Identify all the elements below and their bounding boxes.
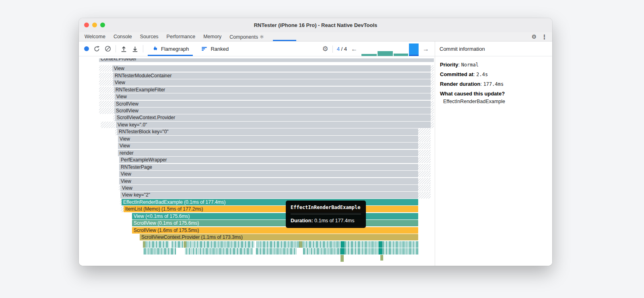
next-commit-button[interactable]: → <box>423 46 429 53</box>
tab-profiler-active[interactable] <box>273 32 296 41</box>
tooltip-duration: Duration: 0.1ms of 177.4ms <box>291 218 361 224</box>
flame-bar[interactable]: View <box>119 171 418 177</box>
flame-bar[interactable]: View <box>115 93 431 100</box>
flame-bar[interactable]: RNTesterModuleContainer <box>113 72 431 79</box>
export-profile-icon[interactable] <box>132 46 138 52</box>
flame-bar[interactable]: RNTesterBlock key="0" <box>117 128 418 135</box>
flame-bar-label: Context.Provider <box>99 58 434 62</box>
did-not-render-hatch <box>99 101 114 107</box>
tab-ranked[interactable]: Ranked <box>197 41 233 56</box>
flame-bar-tiny-group[interactable] <box>185 248 254 255</box>
flame-bar-tiny-group[interactable] <box>344 248 379 255</box>
flame-bar[interactable]: View key="2" <box>120 192 418 198</box>
tab-console[interactable]: Console <box>109 32 136 41</box>
flame-bar[interactable]: View <box>118 136 418 142</box>
did-not-render-hatch <box>99 65 112 72</box>
flame-bar-label: View <box>118 136 418 142</box>
flame-bar[interactable]: ItemList (Memo) (1.5ms of 177.2ms) <box>124 206 418 212</box>
settings-icon[interactable]: ⚙ <box>531 34 537 39</box>
commit-bar[interactable] <box>378 51 393 56</box>
flame-bar[interactable]: Context.Provider <box>99 58 434 62</box>
tab-strip: WelcomeConsoleSourcesPerformanceMemoryCo… <box>79 32 552 41</box>
flame-bar[interactable]: EffectInRenderBadExample (0.1ms of 177.4… <box>122 199 418 205</box>
did-not-render-hatch <box>431 114 434 121</box>
flame-bar-tiny-group[interactable] <box>382 241 418 248</box>
flame-bar[interactable]: View (<0.1ms of 175.6ms) <box>132 213 418 219</box>
flame-bar-tiny-group[interactable] <box>145 241 169 248</box>
flame-bar-tiny-group[interactable] <box>341 241 344 248</box>
previous-commit-button[interactable]: ← <box>351 46 357 53</box>
flame-bar-tiny-group[interactable] <box>379 248 382 255</box>
flame-bar-tiny-group[interactable] <box>256 248 296 255</box>
flame-bar-tiny-group[interactable] <box>299 241 302 248</box>
commit-selector-chart[interactable] <box>361 44 419 56</box>
flame-bar-tiny[interactable] <box>341 255 344 262</box>
tab-sources[interactable]: Sources <box>136 32 163 41</box>
flame-bar-tiny-group[interactable] <box>256 241 299 248</box>
flame-bar-tiny-group[interactable] <box>171 241 183 248</box>
flame-bar-tiny[interactable] <box>380 255 383 261</box>
flame-bar-tiny-group[interactable] <box>344 241 379 248</box>
flame-bar[interactable]: RNTesterPage <box>119 164 418 170</box>
commit-bar[interactable] <box>394 54 408 56</box>
flame-bar[interactable]: View <box>118 143 418 149</box>
flame-bar-label: ScrollViewContext.Provider <box>115 114 431 121</box>
toolbar-divider <box>332 46 333 53</box>
did-not-render-hatch <box>431 101 434 107</box>
flame-bar[interactable]: ScrollView <box>114 101 431 107</box>
window-title: RNTester (iPhone 16 Pro) - React Native … <box>79 18 552 32</box>
flame-bar[interactable]: ScrollView (0.1ms of 175.6ms) <box>132 220 418 226</box>
flame-bar[interactable]: render <box>118 150 418 156</box>
commit-info-committed-at: Committed at: 2.4s <box>440 71 547 77</box>
did-not-render-hatch <box>418 150 431 156</box>
flame-bar-label: ScrollView (0.1ms of 175.6ms) <box>132 220 418 226</box>
tab-components[interactable]: Components ⚛ <box>225 32 268 41</box>
flame-bar[interactable]: View key=".0" <box>116 122 431 128</box>
flame-bar-tiny-group[interactable] <box>186 241 254 248</box>
profiler-toolbar: Flamegraph Ranked ⚙ 4 / 4 ← → <box>79 41 435 56</box>
flame-bar-tiny-group[interactable] <box>144 248 177 255</box>
update-cause-label: What caused this update? <box>440 91 547 97</box>
flame-bar-tiny-group[interactable] <box>184 241 186 248</box>
reload-icon[interactable] <box>93 46 100 52</box>
commit-panel-title: Commit information <box>435 41 552 56</box>
flame-bar[interactable]: View <box>112 65 431 72</box>
tab-flamegraph[interactable]: Flamegraph <box>148 41 193 56</box>
flame-bar[interactable]: ScrollView <box>114 108 431 114</box>
flame-bar-tiny-group[interactable] <box>382 248 418 255</box>
flame-bar[interactable]: View <box>119 178 418 184</box>
flame-bar-tiny-group[interactable] <box>302 241 341 248</box>
more-menu-icon[interactable]: ⋮ <box>541 34 547 40</box>
update-cause-component[interactable]: EffectInRenderBadExample <box>440 99 547 104</box>
flame-bar-label: View <box>115 93 431 100</box>
did-not-render-hatch <box>418 143 431 149</box>
flame-bar-tiny-group[interactable] <box>379 241 382 248</box>
commit-bar-selected[interactable] <box>409 43 419 56</box>
flame-bar[interactable]: ScrollView (1.6ms of 175.5ms) <box>132 227 418 234</box>
tab-welcome[interactable]: Welcome <box>80 32 109 41</box>
flame-bar[interactable]: View <box>120 185 418 191</box>
import-profile-icon[interactable] <box>120 46 127 52</box>
flame-bar-label: View <box>118 143 418 149</box>
flame-bar[interactable]: ScrollViewContext.Provider <box>115 114 431 121</box>
flame-bar-tiny-group[interactable] <box>303 248 341 255</box>
did-not-render-hatch <box>418 136 431 142</box>
flame-bar[interactable]: RNTesterExampleFilter <box>114 87 431 93</box>
flame-bar[interactable]: PerfExampleWrapper <box>119 157 418 163</box>
commit-bar[interactable] <box>361 54 377 56</box>
record-button[interactable] <box>84 46 89 51</box>
flame-bar-tiny-group[interactable] <box>341 248 344 255</box>
flame-bar-label: ScrollView (1.6ms of 175.5ms) <box>132 227 418 234</box>
flame-bar[interactable]: ScrollViewContext.Provider (1.1ms of 173… <box>140 234 418 240</box>
tab-performance[interactable]: Performance <box>163 32 200 41</box>
did-not-render-hatch <box>101 122 115 128</box>
clear-icon[interactable] <box>105 46 111 52</box>
did-not-render-hatch <box>418 178 431 184</box>
tab-memory[interactable]: Memory <box>199 32 225 41</box>
did-not-render-hatch <box>99 72 113 79</box>
flame-bar[interactable]: View <box>113 79 431 86</box>
did-not-render-hatch <box>120 199 122 205</box>
profiler-settings-icon[interactable]: ⚙ <box>322 45 328 53</box>
commit-total: 4 <box>344 46 347 52</box>
toolbar-divider <box>116 45 116 52</box>
